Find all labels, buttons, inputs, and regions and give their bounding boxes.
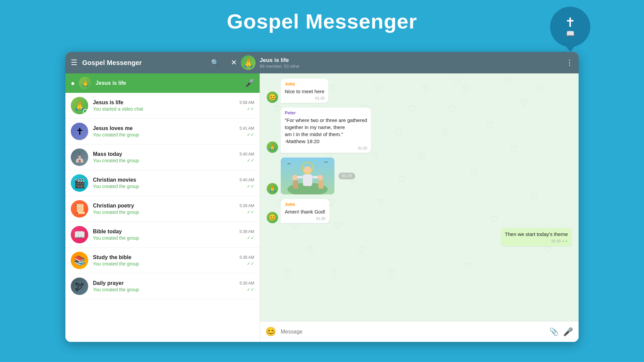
chat-content: Jesus is life You started a video chat: [93, 100, 235, 112]
chat-preview: You started a video chat: [93, 106, 235, 112]
online-indicator: [83, 109, 88, 114]
app-container: ☰ Gospel Messenger 🔍 ✕ 🙏 Jeus is life 89…: [65, 52, 579, 342]
messages-container: 😊JohnNice to meet here01:20🙏Peter"For wh…: [260, 73, 579, 321]
chat-list-item[interactable]: 🎬 Christian movies You created the group…: [65, 170, 260, 196]
chat-meta: 5:38 AM ✓✓: [239, 255, 254, 266]
chat-avatar: ✝: [71, 123, 88, 140]
chat-name: Christian movies: [93, 177, 235, 183]
chat-list: 🙏 Jesus is life You started a video chat…: [65, 93, 260, 342]
chat-list-item[interactable]: ✝ Jesus loves me You created the group 5…: [65, 119, 260, 144]
emoji-icon[interactable]: 😊: [265, 326, 276, 337]
message-row: 😊JohnAmen! thank God!01:20: [267, 199, 572, 223]
chat-avatar: 🕊: [71, 278, 88, 295]
read-check-icon: ✓✓: [247, 158, 254, 163]
chat-list-item[interactable]: ⛪ Mass today You created the group 5:40 …: [65, 144, 260, 170]
header-chat-info: Jeus is life 89 member, 53 oline: [260, 57, 299, 69]
chat-list-item[interactable]: 🕊 Daily prayer You created the group 5:3…: [65, 274, 260, 299]
svg-point-6: [292, 175, 298, 180]
message-row: 🙏: [267, 158, 572, 194]
chat-preview: You created the group: [93, 235, 235, 241]
cross-icon: ✝: [565, 16, 576, 29]
svg-rect-9: [318, 180, 324, 189]
header-chat-status: 89 member, 53 oline: [260, 64, 299, 69]
chat-content: Study the bible You created the group: [93, 254, 235, 266]
chat-name: Jesus is life: [93, 100, 235, 106]
chat-list-item[interactable]: 📜 Christian poetry You created the group…: [65, 196, 260, 222]
message-row: 🙏Peter"For where two or three are gather…: [267, 108, 572, 153]
chat-list-item[interactable]: 🙏 Jesus is life You started a video chat…: [65, 93, 260, 119]
message-time: 01:20: [285, 217, 325, 221]
chat-time: 5:40 AM: [239, 178, 254, 182]
mic-input-icon[interactable]: 🎤: [563, 327, 573, 337]
chat-meta: 5:30 AM ✓✓: [239, 281, 254, 292]
chat-avatar: 🎬: [71, 174, 88, 192]
time-bubble: 01:23: [338, 173, 355, 179]
chat-preview: You created the group: [93, 209, 235, 215]
read-check-icon: ✓✓: [247, 106, 254, 111]
message-sender: John: [285, 81, 324, 86]
chat-preview: You created the group: [93, 132, 235, 137]
chat-meta: 5:38 AM ✓✓: [239, 229, 254, 240]
chat-list-item[interactable]: 📚 Study the bible You created the group …: [65, 248, 260, 274]
chat-avatar: 📚: [71, 252, 88, 269]
chat-time: 5:30 AM: [239, 281, 254, 286]
message-bubble: JohnNice to meet here01:20: [281, 79, 328, 103]
message-sender: Peter: [285, 110, 367, 115]
chat-meta: 5:39 AM ✓✓: [239, 203, 254, 215]
header-left: ☰ Gospel Messenger 🔍 ✕: [71, 58, 237, 67]
message-input[interactable]: [281, 329, 545, 335]
chat-time: 5:39 AM: [239, 203, 254, 208]
active-chat-bar[interactable]: ● 🙏 Jesus is life 🎤: [65, 73, 260, 93]
book-icon: 📖: [566, 29, 575, 38]
message-text: Amen! thank God!: [285, 208, 325, 215]
chat-avatar: 📖: [71, 226, 88, 243]
message-avatar: 😊: [267, 212, 278, 223]
attach-icon[interactable]: 📎: [549, 327, 558, 336]
message-bubble: Then we start today's theme01:20 ✓✓: [501, 228, 572, 246]
message-sender: John: [285, 202, 325, 207]
message-avatar: 🙏: [267, 183, 278, 194]
read-check-icon: ✓✓: [247, 209, 254, 215]
chat-header-avatar: 🙏: [241, 55, 256, 70]
message-text: "For where two or three are gathered tog…: [285, 117, 367, 145]
chat-meta: 5:40 AM ✓✓: [239, 152, 254, 163]
chat-meta: 5:58 AM ✓✓: [239, 100, 254, 111]
sidebar: ● 🙏 Jesus is life 🎤 🙏 Jesus is life You …: [65, 73, 260, 342]
active-badge: ●: [71, 79, 75, 87]
message-bubble: Peter"For where two or three are gathere…: [281, 108, 371, 153]
chat-preview: You created the group: [93, 158, 235, 163]
hamburger-icon[interactable]: ☰: [71, 58, 77, 67]
chat-content: Bible today You created the group: [93, 229, 235, 241]
message-input-bar: 😊 📎 🎤: [260, 321, 579, 342]
active-mic-icon[interactable]: 🎤: [245, 79, 254, 87]
read-check-icon: ✓✓: [247, 235, 254, 240]
logo-circle: ✝ 📖: [550, 7, 590, 47]
read-check-icon: ✓✓: [247, 261, 254, 266]
chat-avatar: ⛪: [71, 148, 88, 166]
app-header: ☰ Gospel Messenger 🔍 ✕ 🙏 Jeus is life 89…: [65, 52, 579, 73]
header-close-icon[interactable]: ✕: [231, 58, 237, 67]
chat-meta: 5:40 AM ✓✓: [239, 178, 254, 189]
avatar-image: 🙏: [243, 57, 254, 68]
svg-rect-3: [303, 174, 312, 186]
app-body: ● 🙏 Jesus is life 🎤 🙏 Jesus is life You …: [65, 73, 579, 342]
chat-content: Christian movies You created the group: [93, 177, 235, 189]
chat-name: Daily prayer: [93, 280, 235, 286]
read-check-icon: ✓✓: [247, 132, 254, 137]
image-message: [281, 158, 334, 194]
header-more-icon[interactable]: ⋮: [566, 58, 573, 67]
message-row: 😊JohnNice to meet here01:20: [267, 79, 572, 103]
message-row: Then we start today's theme01:20 ✓✓: [267, 228, 572, 246]
chat-time: 5:40 AM: [239, 152, 254, 157]
chat-name: Christian poetry: [93, 203, 235, 209]
message-avatar: 😊: [267, 92, 278, 103]
chat-content: Jesus loves me You created the group: [93, 125, 235, 137]
active-chat-name: Jesus is life: [96, 80, 241, 86]
header-search-icon[interactable]: 🔍: [211, 59, 219, 67]
page-title: Gospel Messenger: [0, 0, 644, 33]
message-time: 01:20 ✓✓: [505, 239, 568, 243]
message-text: Nice to meet here: [285, 88, 324, 95]
chat-list-item[interactable]: 📖 Bible today You created the group 5:38…: [65, 222, 260, 248]
chat-time: 5:58 AM: [239, 100, 254, 105]
chat-avatar: 🙏: [71, 97, 88, 114]
